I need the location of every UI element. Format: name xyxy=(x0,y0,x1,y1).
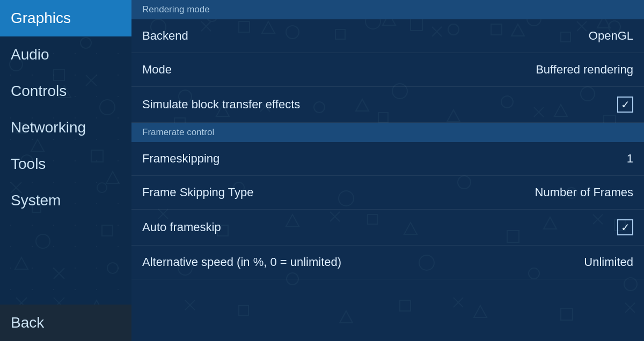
svg-marker-78 xyxy=(474,306,487,317)
frameskipping-row[interactable]: Frameskipping 1 xyxy=(131,142,644,176)
svg-point-5 xyxy=(36,234,50,248)
mode-label: Mode xyxy=(142,63,172,77)
frameskipping-label: Frameskipping xyxy=(142,152,219,166)
settings-content: Rendering mode Backend OpenGL Mode Buffe… xyxy=(131,0,644,279)
sidebar-item-controls[interactable]: Controls xyxy=(0,73,131,109)
rendering-mode-header: Rendering mode xyxy=(131,0,644,19)
mode-row[interactable]: Mode Buffered rendering xyxy=(131,53,644,87)
svg-rect-62 xyxy=(239,306,248,315)
simulate-block-label: Simulate block transfer effects xyxy=(142,98,300,112)
auto-frameskip-label: Auto frameskip xyxy=(142,220,221,234)
svg-rect-63 xyxy=(400,300,411,311)
simulate-block-row[interactable]: Simulate block transfer effects ✓ xyxy=(131,87,644,123)
svg-line-97 xyxy=(453,298,463,307)
alternative-speed-label: Alternative speed (in %, 0 = unlimited) xyxy=(142,255,341,269)
svg-line-96 xyxy=(185,300,195,310)
backend-row[interactable]: Backend OpenGL xyxy=(131,19,644,53)
frame-skipping-type-value: Number of Frames xyxy=(535,186,633,199)
frameskipping-value: 1 xyxy=(627,152,633,166)
svg-point-47 xyxy=(624,278,637,291)
backend-label: Backend xyxy=(142,29,188,43)
backend-value: OpenGL xyxy=(589,29,633,43)
sidebar-item-tools[interactable]: Tools xyxy=(0,146,131,182)
alternative-speed-row[interactable]: Alternative speed (in %, 0 = unlimited) … xyxy=(131,246,644,279)
auto-frameskip-row[interactable]: Auto frameskip ✓ xyxy=(131,210,644,246)
sidebar-item-networking[interactable]: Networking xyxy=(0,109,131,146)
sidebar-item-system[interactable]: System xyxy=(0,182,131,219)
sidebar-item-back[interactable]: Back xyxy=(0,305,131,341)
sidebar-item-graphics[interactable]: Graphics xyxy=(0,0,131,36)
frame-skipping-type-row[interactable]: Frame Skipping Type Number of Frames xyxy=(131,176,644,210)
svg-point-6 xyxy=(107,263,118,273)
framerate-control-header: Framerate control xyxy=(131,123,644,142)
simulate-block-checkbox[interactable]: ✓ xyxy=(617,97,633,113)
sidebar: Graphics Audio Controls Networking Tools… xyxy=(0,0,131,341)
alternative-speed-value: Unlimited xyxy=(584,255,633,269)
svg-line-100 xyxy=(625,303,635,313)
mode-value: Buffered rendering xyxy=(536,63,633,77)
svg-marker-77 xyxy=(340,311,353,323)
svg-line-99 xyxy=(625,303,635,313)
svg-line-98 xyxy=(453,298,463,307)
svg-marker-15 xyxy=(15,257,28,269)
sidebar-item-audio[interactable]: Audio xyxy=(0,36,131,73)
frame-skipping-type-label: Frame Skipping Type xyxy=(142,186,253,199)
svg-rect-11 xyxy=(102,225,113,236)
auto-frameskip-checkbox[interactable]: ✓ xyxy=(617,219,633,235)
svg-rect-64 xyxy=(561,308,573,320)
main-content: Rendering mode Backend OpenGL Mode Buffe… xyxy=(131,0,644,341)
svg-line-95 xyxy=(185,300,195,310)
